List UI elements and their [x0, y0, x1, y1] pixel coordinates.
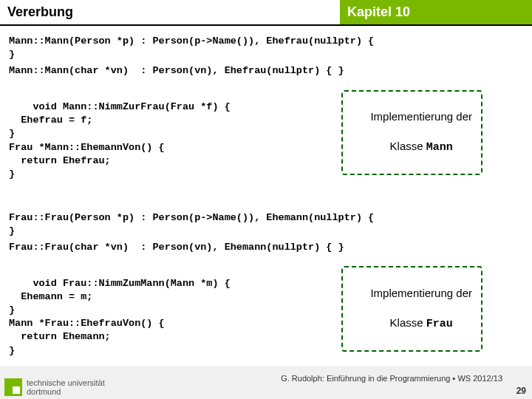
- frau-constructor-2: Frau::Frau(char *vn) : Person(vn), Ehema…: [9, 239, 523, 256]
- slide-footer: technische universität dortmund G. Rudol…: [0, 366, 532, 399]
- header-topic: Vererbung: [0, 0, 340, 24]
- frau-constructor-1: Frau::Frau(Person *p) : Person(p->Name()…: [9, 210, 523, 239]
- university-logo: technische universität dortmund: [4, 378, 105, 396]
- uni-line2: dortmund: [27, 387, 61, 396]
- credit-line: G. Rudolph: Einführung in die Programmie…: [281, 374, 502, 383]
- callout-mann-line1: Implementierung der: [370, 110, 472, 123]
- code-area: Mann::Mann(Person *p) : Person(p->Name()…: [0, 26, 532, 386]
- university-name: technische universität dortmund: [27, 378, 105, 396]
- slide-header: Vererbung Kapitel 10: [0, 0, 532, 26]
- mann-methods-block: void Mann::NimmZurFrau(Frau *f) { Ehefra…: [9, 86, 523, 210]
- mann-constructor-1: Mann::Mann(Person *p) : Person(p->Name()…: [9, 33, 523, 63]
- callout-frau-line2a: Klasse: [390, 316, 426, 329]
- callout-frau: Implementierung der Klasse Frau: [341, 266, 482, 351]
- uni-line1: technische universität: [27, 378, 105, 387]
- mann-methods-code: void Mann::NimmZurFrau(Frau *f) { Ehefra…: [9, 101, 231, 180]
- mann-constructor-2: Mann::Mann(char *vn) : Person(vn), Ehefr…: [9, 63, 523, 79]
- callout-mann-line2a: Klasse: [390, 140, 426, 152]
- callout-frau-line1: Implementierung der: [370, 287, 472, 299]
- header-chapter: Kapitel 10: [340, 0, 532, 24]
- callout-mann: Implementierung der Klasse Mann: [341, 90, 482, 175]
- callout-mann-class: Mann: [426, 141, 453, 154]
- page-number: 29: [516, 386, 526, 396]
- frau-methods-code: void Frau::NimmZumMann(Mann *m) { Eheman…: [9, 278, 231, 356]
- tu-logo-icon: [4, 378, 22, 396]
- callout-frau-class: Frau: [426, 318, 453, 330]
